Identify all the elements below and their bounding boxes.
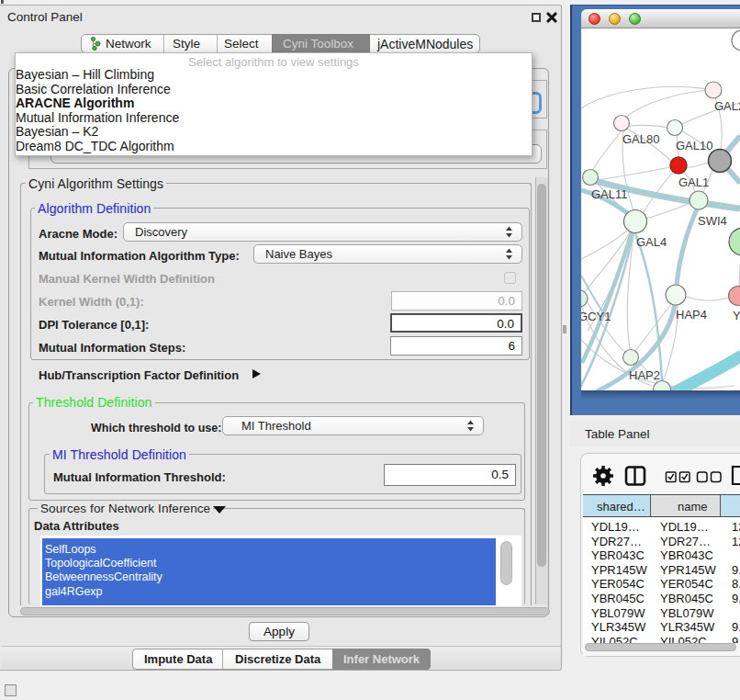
svg-text:HAP4: HAP4	[676, 308, 707, 322]
svg-text:Y: Y	[733, 309, 740, 322]
svg-text:SWI4: SWI4	[698, 214, 727, 228]
svg-text:GAL2: GAL2	[714, 99, 740, 113]
svg-text:GAL80: GAL80	[622, 132, 659, 146]
svg-text:GAL4: GAL4	[636, 235, 667, 249]
svg-text:GCY1: GCY1	[581, 310, 611, 323]
svg-text:GAL1: GAL1	[678, 175, 709, 189]
svg-text:GAL10: GAL10	[676, 139, 712, 152]
svg-text:GAL11: GAL11	[591, 187, 628, 201]
svg-text:HAP2: HAP2	[629, 368, 660, 382]
